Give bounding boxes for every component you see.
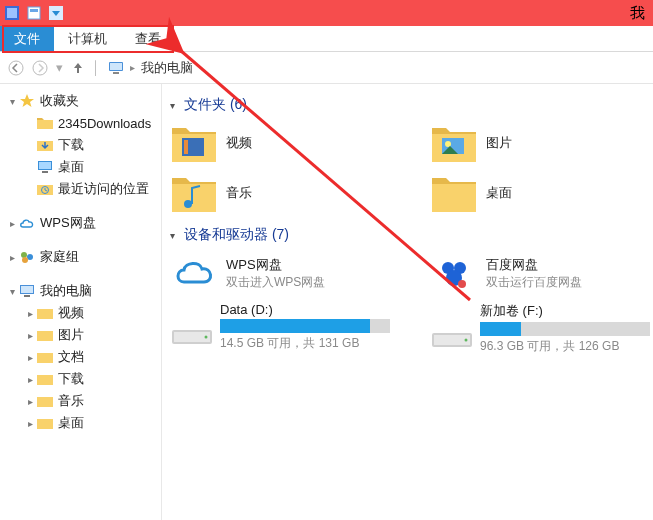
sidebar-item-documents[interactable]: ▸文档 xyxy=(18,346,161,368)
cloud-tile-baidu[interactable]: 百度网盘双击运行百度网盘 xyxy=(430,252,650,294)
drive-usage-fill xyxy=(480,322,521,336)
svg-point-34 xyxy=(465,338,468,341)
sidebar-item-downloads[interactable]: 下载 xyxy=(18,134,161,156)
drive-caption: 96.3 GB 可用，共 126 GB xyxy=(480,338,650,355)
sidebar-item-label: 家庭组 xyxy=(40,248,79,266)
chevron-down-icon: ▾ xyxy=(170,100,184,111)
separator: │ xyxy=(92,60,100,75)
folder-tile-desktop[interactable]: 桌面 xyxy=(430,172,650,214)
folder-tile-pictures[interactable]: 图片 xyxy=(430,122,650,164)
sidebar-item-recent[interactable]: 最近访问的位置 xyxy=(18,178,161,200)
breadcrumb[interactable]: ▸ 我的电脑 xyxy=(108,59,193,77)
expand-icon[interactable]: ▸ xyxy=(6,252,18,263)
svg-point-31 xyxy=(205,335,208,338)
sidebar-item-label: 收藏夹 xyxy=(40,92,79,110)
sidebar-wps[interactable]: ▸ WPS网盘 xyxy=(0,212,161,234)
desktop-icon xyxy=(36,159,54,175)
group-folders-header[interactable]: ▾ 文件夹 (6) xyxy=(170,96,653,114)
folder-icon xyxy=(36,349,54,365)
qat-properties-icon[interactable] xyxy=(26,5,42,21)
svg-rect-18 xyxy=(21,286,33,293)
svg-rect-12 xyxy=(42,171,48,173)
recent-dropdown-icon[interactable]: ▾ xyxy=(54,58,64,78)
drive-tile-d[interactable]: Data (D:) 14.5 GB 可用，共 131 GB xyxy=(170,302,390,355)
expand-icon[interactable]: ▸ xyxy=(24,352,36,363)
drive-caption: 14.5 GB 可用，共 131 GB xyxy=(220,335,390,352)
folder-tile-videos[interactable]: 视频 xyxy=(170,122,390,164)
sidebar-thispc[interactable]: ▾ 我的电脑 xyxy=(0,280,161,302)
folder-icon xyxy=(36,393,54,409)
sidebar-item-pictures[interactable]: ▸图片 xyxy=(18,324,161,346)
music-folder-icon xyxy=(170,172,218,214)
breadcrumb-location[interactable]: 我的电脑 xyxy=(141,59,193,77)
system-menu-icon[interactable] xyxy=(4,5,20,21)
svg-point-6 xyxy=(33,61,47,75)
ribbon-tabs: 文件 计算机 查看 xyxy=(0,26,653,52)
desktop-folder-icon xyxy=(430,172,478,214)
expand-icon[interactable]: ▸ xyxy=(6,218,18,229)
tile-label: 视频 xyxy=(226,134,252,152)
hdd-icon xyxy=(430,325,474,353)
content-pane: ▾ 文件夹 (6) 视频 图片 音乐 桌面 ▾ 设备和驱动器 (7) xyxy=(162,84,653,520)
up-button[interactable] xyxy=(68,58,88,78)
pictures-folder-icon xyxy=(430,122,478,164)
collapse-icon[interactable]: ▾ xyxy=(6,96,18,107)
nav-bar: ▾ │ ▸ 我的电脑 xyxy=(0,52,653,84)
group-title: 文件夹 (6) xyxy=(184,96,247,114)
tab-view[interactable]: 查看 xyxy=(121,26,175,51)
folder-icon xyxy=(36,115,54,131)
sidebar-favorites[interactable]: ▾ 收藏夹 xyxy=(0,90,161,112)
folder-icon xyxy=(36,415,54,431)
sidebar-item-label: 我的电脑 xyxy=(40,282,92,300)
drive-name: 新加卷 (F:) xyxy=(480,302,650,320)
folder-icon xyxy=(36,371,54,387)
sidebar-item-label: WPS网盘 xyxy=(40,214,96,232)
sidebar-item-label: 文档 xyxy=(58,348,84,366)
sidebar-item-desktop[interactable]: 桌面 xyxy=(18,156,161,178)
tile-label: WPS网盘 xyxy=(226,256,325,274)
collapse-icon[interactable]: ▾ xyxy=(6,286,18,297)
expand-icon[interactable]: ▸ xyxy=(24,418,36,429)
svg-rect-1 xyxy=(7,8,17,18)
folder-tile-music[interactable]: 音乐 xyxy=(170,172,390,214)
tile-label: 图片 xyxy=(486,134,512,152)
svg-point-15 xyxy=(27,254,33,260)
svg-rect-2 xyxy=(28,7,40,19)
forward-button[interactable] xyxy=(30,58,50,78)
svg-point-16 xyxy=(22,257,28,263)
tile-label: 桌面 xyxy=(486,184,512,202)
sidebar-item-label: 音乐 xyxy=(58,392,84,410)
back-button[interactable] xyxy=(6,58,26,78)
folder-icon xyxy=(36,305,54,321)
sidebar-item-desktop-pc[interactable]: ▸桌面 xyxy=(18,412,161,434)
sidebar-item-videos[interactable]: ▸视频 xyxy=(18,302,161,324)
homegroup-icon xyxy=(18,249,36,265)
sidebar-item-label: 图片 xyxy=(58,326,84,344)
qat-dropdown-icon[interactable] xyxy=(48,5,64,21)
tab-file[interactable]: 文件 xyxy=(0,26,54,51)
svg-point-5 xyxy=(9,61,23,75)
sidebar-item-2345downloads[interactable]: 2345Downloads xyxy=(18,112,161,134)
sidebar-item-label: 下载 xyxy=(58,136,84,154)
group-devices-header[interactable]: ▾ 设备和驱动器 (7) xyxy=(170,226,653,244)
svg-point-28 xyxy=(458,280,466,288)
title-bar: 我 xyxy=(0,0,653,26)
expand-icon[interactable]: ▸ xyxy=(24,374,36,385)
sidebar-item-label: 下载 xyxy=(58,370,84,388)
expand-icon[interactable]: ▸ xyxy=(24,330,36,341)
svg-rect-9 xyxy=(113,72,119,74)
sidebar-item-downloads-pc[interactable]: ▸下载 xyxy=(18,368,161,390)
svg-rect-3 xyxy=(30,9,38,12)
expand-icon[interactable]: ▸ xyxy=(24,308,36,319)
tab-computer[interactable]: 计算机 xyxy=(54,26,121,51)
drive-tile-f[interactable]: 新加卷 (F:) 96.3 GB 可用，共 126 GB xyxy=(430,302,650,355)
expand-icon[interactable]: ▸ xyxy=(24,396,36,407)
cloud-tile-wps[interactable]: WPS网盘双击进入WPS网盘 xyxy=(170,252,390,294)
sidebar-item-music[interactable]: ▸音乐 xyxy=(18,390,161,412)
sidebar-homegroup[interactable]: ▸ 家庭组 xyxy=(0,246,161,268)
sidebar-item-label: 桌面 xyxy=(58,414,84,432)
computer-icon xyxy=(108,60,124,76)
svg-rect-11 xyxy=(39,162,51,169)
tile-label: 百度网盘 xyxy=(486,256,582,274)
svg-rect-21 xyxy=(184,140,188,154)
